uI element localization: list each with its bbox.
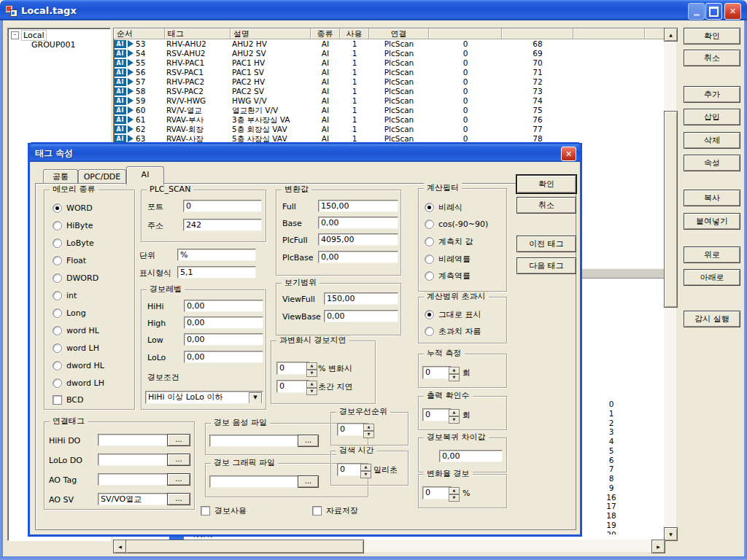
scroll-right-button[interactable]: ▶ [651,540,665,553]
pct-change-field[interactable]: 0 [276,362,309,375]
table-row[interactable]: AI 59 RV/V-HWG HWG V/V AI 1 PlcScan 0 74 [114,96,665,106]
out-check-field[interactable]: 0 [422,408,452,421]
column-header-tag[interactable]: 태그 [165,28,231,39]
spin-down-button[interactable]: ▼ [306,370,317,377]
column-header-desc[interactable]: 설명 [231,28,311,39]
low-field[interactable]: 0,00 [184,333,263,346]
radio-show-as-is[interactable]: 그대로 표시 [425,309,481,320]
column-header-use[interactable]: 사용 [340,28,369,39]
spin-up-button[interactable]: ▲ [360,464,371,471]
add-button[interactable]: 추가 [684,86,740,103]
column-header-blank1[interactable] [429,28,502,39]
table-row[interactable]: AI 60 RV/V-열교 열교환기 V/V AI 1 PlcScan 0 75 [114,106,665,115]
lolo-field[interactable]: 0,00 [184,351,263,363]
alarm-priority-field[interactable]: 0 [337,423,366,436]
checkbox-alarm-use[interactable]: 경보사용 [201,505,247,516]
cancel-button[interactable]: 취소 [684,50,740,66]
radio-clip-over[interactable]: 초과치 자름 [425,326,481,337]
rate-alarm-spinner[interactable]: 0 ▲ ▼ [422,486,459,499]
radio-dword[interactable]: DWORD [53,273,98,283]
ok-button[interactable]: 확인 [684,28,740,44]
table-row[interactable]: AI 55 RHV-PAC1 PAC1 HV AI 1 PlcScan 0 70 [114,58,665,68]
column-header-blank4[interactable] [645,28,665,39]
scroll-up-button[interactable]: ▲ [664,28,678,42]
column-header-blank3[interactable] [573,28,645,39]
radio-lobyte[interactable]: LoByte [53,238,94,248]
radio-word-lh[interactable]: word LH [53,343,99,353]
unit-field[interactable]: % [177,249,256,261]
plcbase-field[interactable]: 0,00 [318,251,398,263]
delete-button[interactable]: 삭제 [684,132,740,149]
accum-spinner[interactable]: 0 ▲ ▼ [422,366,459,379]
table-row[interactable]: AI 57 RHV-PAC2 PAC2 HV AI 1 PlcScan 0 72 [114,77,665,87]
sec-delay-field[interactable]: 0 [276,380,309,393]
accum-field[interactable]: 0 [422,366,452,379]
spin-down-button[interactable]: ▼ [360,471,371,478]
dialog-ok-button[interactable]: 확인 [516,175,576,193]
hihi-field[interactable]: 0,00 [184,300,263,312]
spin-up-button[interactable]: ▲ [449,367,460,374]
move-up-button[interactable]: 위로 [684,246,740,263]
column-header-blank2[interactable] [502,28,573,39]
radio-dword-lh[interactable]: dword LH [53,378,104,388]
address-field[interactable]: 242 [183,219,262,231]
high-field[interactable]: 0,00 [184,316,263,329]
radio-word[interactable]: WORD [53,203,93,213]
alarm-graphic-browse-button[interactable]: ... [298,475,319,488]
tree-node-group001[interactable]: GROUP001 [31,40,76,50]
column-header-conn[interactable]: 연결 [369,28,429,39]
spin-up-button[interactable]: ▲ [449,409,460,416]
maximize-button[interactable] [705,3,722,20]
port-field[interactable]: 0 [183,200,262,212]
radio-int[interactable]: int [53,291,77,300]
plcfull-field[interactable]: 4095,00 [318,233,398,246]
column-header-no[interactable]: 순서 [114,28,165,39]
radio-cos[interactable]: cos(-90~90) [425,219,488,229]
paste-button[interactable]: 붙여넣기 [684,213,740,230]
hihi-do-browse-button[interactable]: ... [167,434,190,446]
alarm-graphic-field[interactable] [209,475,299,488]
scan-time-spinner[interactable]: 0 ▲ ▼ [337,463,371,476]
tab-opcdde[interactable]: OPC/DDE [78,169,126,184]
table-row[interactable]: AI 53 RHV-AHU2 AHU2 HV AI 1 PlcScan 0 68 [114,39,665,49]
hihi-do-field[interactable] [98,434,169,446]
out-check-spinner[interactable]: 0 ▲ ▼ [422,408,459,421]
scroll-down-button[interactable]: ▼ [664,527,678,541]
radio-dword-hl[interactable]: dword HL [53,361,104,370]
properties-button[interactable]: 속성 [684,155,740,171]
ao-sv-field[interactable]: SV/VO열교 [98,493,169,505]
scan-time-field[interactable]: 0 [337,463,363,476]
spin-down-button[interactable]: ▼ [449,416,460,424]
combo-dropdown-button[interactable]: ▼ [249,392,262,404]
spin-up-button[interactable]: ▲ [306,362,317,370]
radio-float[interactable]: Float [53,256,86,265]
viewbase-field[interactable]: 0,00 [324,310,398,322]
table-row[interactable]: AI 61 RVAV-부사 3층 부사장실 VA AI 1 PlcScan 0 … [114,115,665,125]
radio-measure-inverse[interactable]: 계측역률 [425,271,471,281]
alarm-return-field[interactable]: 0,00 [439,450,503,462]
minimize-button[interactable] [688,3,705,20]
full-field[interactable]: 150,00 [318,200,398,212]
tree-collapse-icon[interactable]: - [11,31,19,39]
ao-sv-browse-button[interactable]: ... [167,493,190,505]
ao-tag-field[interactable] [98,473,169,486]
checkbox-bcd[interactable]: BCD [53,395,84,405]
radio-measured-value[interactable]: 계측치 값 [425,236,473,247]
radio-word-hl[interactable]: word HL [53,326,99,335]
table-row[interactable]: AI 62 RVAV-회장 5층 회장실 VAV AI 1 PlcScan 0 … [114,125,665,134]
base-field[interactable]: 0,00 [318,217,398,229]
next-tag-button[interactable]: 다음 태그 [516,257,576,274]
column-header-type[interactable]: 종류 [311,28,340,39]
tree-node-local[interactable]: Local [21,30,47,41]
close-button[interactable]: ✕ [724,3,741,20]
title-bar[interactable]: Local.tagx ✕ [0,0,747,20]
radio-long[interactable]: Long [53,308,86,318]
radio-proportional[interactable]: 비례식 [425,202,462,213]
format-field[interactable]: 5,1 [177,266,256,279]
tab-ai[interactable]: AI [126,166,164,185]
lolo-do-browse-button[interactable]: ... [167,454,190,466]
lolo-do-field[interactable] [98,454,169,466]
watch-run-button[interactable]: 감시 실행 [684,311,740,327]
pct-change-spinner[interactable]: 0 ▲ ▼ [276,362,317,375]
vscroll-thumb[interactable] [664,111,678,308]
